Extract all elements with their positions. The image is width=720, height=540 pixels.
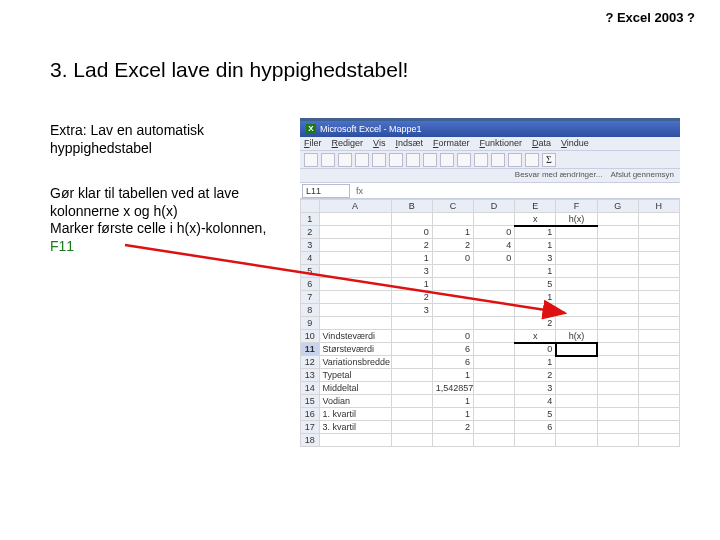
cell[interactable]: Størsteværdi	[319, 343, 391, 356]
cell[interactable]	[556, 317, 597, 330]
tb-icon[interactable]	[457, 153, 471, 167]
row-header[interactable]: 2	[301, 226, 320, 239]
cell[interactable]	[597, 252, 638, 265]
cell[interactable]: 3	[391, 304, 432, 317]
cell[interactable]	[432, 265, 473, 278]
row-header[interactable]: 12	[301, 356, 320, 369]
cell[interactable]	[432, 291, 473, 304]
cell[interactable]	[597, 356, 638, 369]
cell[interactable]	[597, 343, 638, 356]
cell[interactable]	[556, 239, 597, 252]
cell[interactable]	[597, 369, 638, 382]
row-header[interactable]: 13	[301, 369, 320, 382]
cell[interactable]: h(x)	[556, 213, 597, 226]
menu-item[interactable]: Indsæt	[395, 138, 423, 149]
cell[interactable]: 2	[515, 317, 556, 330]
cell[interactable]	[473, 265, 514, 278]
cell[interactable]	[597, 265, 638, 278]
cell[interactable]: Vindsteværdi	[319, 330, 391, 343]
cell[interactable]	[473, 213, 514, 226]
row-header[interactable]: 16	[301, 408, 320, 421]
tb-icon[interactable]	[372, 153, 386, 167]
cell[interactable]: h(x)	[556, 330, 597, 343]
corner-cell[interactable]	[301, 200, 320, 213]
cell[interactable]	[638, 330, 679, 343]
cell[interactable]: 6	[432, 356, 473, 369]
cell[interactable]	[597, 291, 638, 304]
cell[interactable]	[597, 226, 638, 239]
cell[interactable]: 0	[515, 343, 556, 356]
cell[interactable]: 4	[515, 395, 556, 408]
cell[interactable]	[391, 434, 432, 447]
row-header[interactable]: 18	[301, 434, 320, 447]
row-header[interactable]: 3	[301, 239, 320, 252]
menu-item[interactable]: Funktioner	[479, 138, 522, 149]
row-header[interactable]: 15	[301, 395, 320, 408]
cell[interactable]: 2	[515, 369, 556, 382]
cell[interactable]	[319, 304, 391, 317]
cell[interactable]	[432, 213, 473, 226]
cell[interactable]	[319, 252, 391, 265]
cell[interactable]: 1,542857	[432, 382, 473, 395]
cell[interactable]	[597, 421, 638, 434]
cell[interactable]: Typetal	[319, 369, 391, 382]
cell[interactable]: 2	[432, 421, 473, 434]
cell[interactable]	[638, 239, 679, 252]
cell[interactable]	[515, 434, 556, 447]
cell[interactable]: 3	[515, 252, 556, 265]
cell[interactable]	[638, 382, 679, 395]
cell[interactable]	[556, 343, 597, 356]
cell[interactable]: x	[515, 330, 556, 343]
tb-icon[interactable]	[321, 153, 335, 167]
cell[interactable]	[638, 421, 679, 434]
cell[interactable]	[391, 408, 432, 421]
cell[interactable]: x	[515, 213, 556, 226]
cell[interactable]	[473, 278, 514, 291]
cell[interactable]	[473, 343, 514, 356]
cell[interactable]	[638, 265, 679, 278]
cell[interactable]	[597, 330, 638, 343]
cell[interactable]	[473, 356, 514, 369]
col-header[interactable]: E	[515, 200, 556, 213]
cell[interactable]	[597, 213, 638, 226]
cell[interactable]	[638, 343, 679, 356]
cell[interactable]: Variationsbredde	[319, 356, 391, 369]
cell[interactable]	[432, 434, 473, 447]
tb-icon[interactable]	[491, 153, 505, 167]
cell[interactable]	[319, 278, 391, 291]
cell[interactable]: 1	[515, 356, 556, 369]
cell[interactable]	[473, 291, 514, 304]
cell[interactable]: 0	[473, 252, 514, 265]
cell[interactable]	[556, 265, 597, 278]
fx-label[interactable]: fx	[356, 186, 363, 196]
cell[interactable]: 2	[432, 239, 473, 252]
cell[interactable]: 2	[391, 239, 432, 252]
tb-icon[interactable]	[389, 153, 403, 167]
tb-icon[interactable]	[338, 153, 352, 167]
col-header[interactable]: C	[432, 200, 473, 213]
cell[interactable]	[391, 330, 432, 343]
cell[interactable]	[638, 395, 679, 408]
cell[interactable]	[556, 408, 597, 421]
cell[interactable]	[391, 382, 432, 395]
cell[interactable]: Middeltal	[319, 382, 391, 395]
cell[interactable]	[473, 434, 514, 447]
col-header[interactable]: A	[319, 200, 391, 213]
cell[interactable]	[319, 213, 391, 226]
row-header[interactable]: 10	[301, 330, 320, 343]
cell[interactable]: 6	[515, 421, 556, 434]
cell[interactable]	[556, 304, 597, 317]
cell[interactable]: 6	[432, 343, 473, 356]
cell[interactable]	[597, 278, 638, 291]
cell[interactable]	[319, 226, 391, 239]
col-header[interactable]: D	[473, 200, 514, 213]
cell[interactable]	[473, 369, 514, 382]
cell[interactable]	[556, 382, 597, 395]
cell[interactable]	[556, 421, 597, 434]
row-header[interactable]: 7	[301, 291, 320, 304]
cell[interactable]	[638, 408, 679, 421]
cell[interactable]	[473, 317, 514, 330]
cell[interactable]	[638, 369, 679, 382]
cell[interactable]	[319, 434, 391, 447]
cell[interactable]	[638, 291, 679, 304]
